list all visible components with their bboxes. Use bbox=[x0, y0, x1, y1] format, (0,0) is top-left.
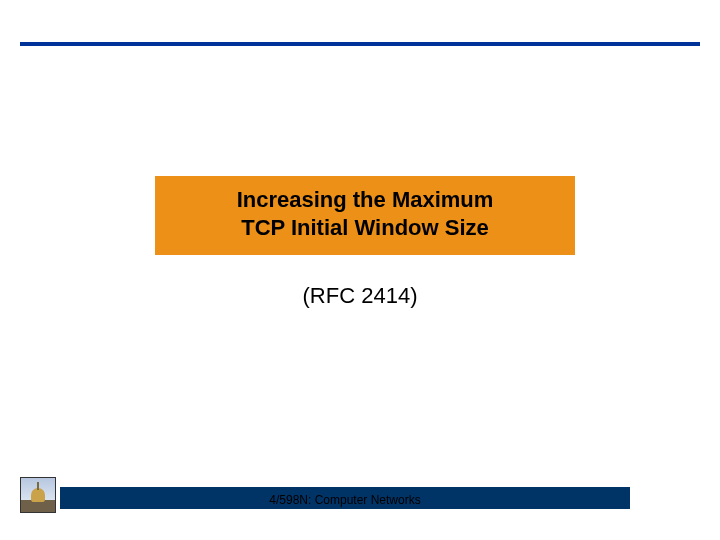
footer-text: 4/598N: Computer Networks bbox=[60, 493, 630, 507]
slide-title: Increasing the Maximum TCP Initial Windo… bbox=[175, 186, 555, 241]
logo-thumbnail bbox=[20, 477, 56, 513]
title-box: Increasing the Maximum TCP Initial Windo… bbox=[155, 176, 575, 255]
logo-dome bbox=[31, 488, 45, 502]
logo-spire bbox=[37, 482, 39, 490]
title-line-2: TCP Initial Window Size bbox=[241, 215, 489, 240]
top-divider bbox=[20, 42, 700, 46]
slide-subtitle: (RFC 2414) bbox=[0, 283, 720, 309]
title-line-1: Increasing the Maximum bbox=[237, 187, 494, 212]
